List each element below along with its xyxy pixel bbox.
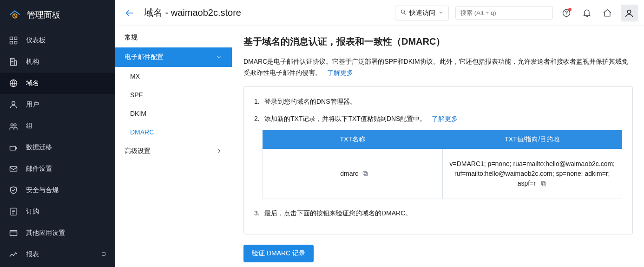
subnav-advanced[interactable]: 高级设置	[115, 141, 232, 161]
svg-rect-4	[14, 41, 17, 44]
svg-rect-22	[541, 182, 545, 185]
sidebar-item-domains[interactable]: 域名	[0, 73, 115, 94]
step-text: 登录到您的域名的DNS管理器。	[264, 96, 356, 107]
svg-rect-11	[10, 147, 16, 150]
learn-more-link-2[interactable]: 了解更多	[432, 115, 458, 122]
home-button[interactable]	[600, 6, 614, 20]
sidebar-item-label: 安全与合规	[26, 186, 59, 194]
subnav-spf[interactable]: SPF	[115, 86, 232, 104]
brand: 管理面板	[0, 4, 115, 30]
group-icon	[8, 121, 19, 131]
sidebar-item-label: 数据迁移	[26, 143, 52, 152]
subnav-label: MX	[130, 73, 140, 80]
step-number: 2.	[254, 113, 261, 125]
user-avatar[interactable]	[621, 5, 637, 21]
step-number: 3.	[254, 207, 261, 219]
svg-rect-12	[10, 167, 17, 171]
reports-icon	[8, 249, 19, 260]
txt-record-table: TXT名称 TXT值/指向/目的地 _dmarc	[263, 130, 622, 199]
sidebar-item-migration[interactable]: 数据迁移	[0, 137, 115, 158]
organization-icon	[8, 57, 19, 67]
quick-access-label: 快速访问	[409, 9, 435, 17]
step-text: 最后，点击下面的按钮来验证您的域名的DMARC。	[264, 207, 412, 219]
quick-access-dropdown[interactable]: 快速访问	[395, 6, 449, 20]
subnav-dkim[interactable]: DKIM	[115, 104, 232, 123]
verify-dmarc-button[interactable]: 验证 DMARC 记录	[243, 245, 314, 262]
receipt-icon	[8, 207, 19, 217]
sidebar-item-label: 订购	[26, 207, 39, 216]
main-sidebar: 管理面板 仪表板 机构 域名 用户 组	[0, 0, 115, 267]
migration-icon	[8, 142, 19, 153]
back-button[interactable]	[122, 5, 138, 21]
sidebar-item-label: 用户	[26, 100, 39, 109]
svg-rect-19	[364, 173, 368, 176]
lead-text: DMARC是电子邮件认证协议。它基于广泛部署的SPF和DKIM协议。此外，它还包…	[243, 58, 628, 76]
global-search-input[interactable]	[455, 6, 553, 20]
svg-rect-15	[102, 252, 105, 255]
subnav-label: DKIM	[130, 110, 146, 117]
svg-point-9	[11, 124, 13, 126]
table-row: _dmarc v=DMARC1; p=none; rua=mailto:hell…	[263, 148, 622, 199]
sidebar-item-subscription[interactable]: 订购	[0, 201, 115, 222]
brand-title: 管理面板	[27, 9, 60, 20]
subnav-general[interactable]: 常规	[115, 28, 232, 47]
dashboard-icon	[8, 35, 19, 46]
svg-rect-5	[10, 59, 14, 66]
sidebar-item-users[interactable]: 用户	[0, 94, 115, 115]
chevron-down-icon	[216, 54, 223, 60]
sidebar-item-label: 仪表板	[26, 36, 46, 45]
subnav-email-config[interactable]: 电子邮件配置	[115, 47, 232, 67]
step-number: 1.	[254, 96, 261, 107]
notifications-button[interactable]	[580, 6, 594, 20]
subnav-label: DMARC	[130, 128, 154, 136]
sidebar-item-mail-settings[interactable]: 邮件设置	[0, 158, 115, 180]
notification-dot	[568, 8, 572, 11]
learn-more-link[interactable]: 了解更多	[327, 69, 353, 76]
subnav-label: SPF	[130, 91, 143, 99]
table-header-name: TXT名称	[263, 130, 443, 148]
sidebar-item-reports[interactable]: 报表	[0, 244, 115, 265]
steps-panel: 1. 登录到您的域名的DNS管理器。 2. 添加新的TXT记录，并将以下TXT值…	[243, 86, 633, 235]
user-icon	[8, 100, 19, 110]
sidebar-item-groups[interactable]: 组	[0, 115, 115, 137]
svg-point-16	[401, 10, 404, 13]
step-2: 2. 添加新的TXT记录，并将以下TXT值粘贴到DNS配置中。 了解更多	[254, 113, 622, 125]
chevron-down-icon	[438, 9, 444, 17]
svg-rect-21	[543, 183, 546, 186]
svg-rect-20	[363, 172, 366, 175]
sidebar-item-label: 机构	[26, 58, 39, 66]
header: 域名 - waimaob2c.store 快速访问	[115, 0, 644, 26]
page-description: DMARC是电子邮件认证协议。它基于广泛部署的SPF和DKIM协议。此外，它还包…	[243, 56, 633, 79]
sidebar-item-organization[interactable]: 机构	[0, 51, 115, 73]
svg-rect-3	[10, 41, 13, 44]
chevron-right-icon	[216, 148, 223, 154]
subnav-dmarc[interactable]: DMARC	[115, 123, 232, 141]
sidebar-nav: 仪表板 机构 域名 用户 组 数据迁移	[0, 30, 115, 265]
pin-icon	[100, 251, 107, 259]
shield-icon	[8, 185, 19, 195]
copy-icon[interactable]	[540, 180, 547, 187]
apps-icon	[8, 228, 19, 238]
copy-icon[interactable]	[362, 170, 368, 177]
sidebar-item-dashboard[interactable]: 仪表板	[0, 30, 115, 51]
sidebar-item-label: 其他应用设置	[26, 229, 65, 237]
svg-point-10	[14, 124, 16, 126]
page-body: 基于域名的消息认证，报表和一致性（DMARC） DMARC是电子邮件认证协议。它…	[232, 26, 644, 267]
svg-rect-14	[10, 230, 17, 236]
help-button[interactable]	[559, 6, 573, 20]
svg-rect-6	[14, 61, 17, 66]
step-text: 添加新的TXT记录，并将以下TXT值粘贴到DNS配置中。	[264, 115, 426, 122]
sidebar-item-security[interactable]: 安全与合规	[0, 180, 115, 201]
step-3: 3. 最后，点击下面的按钮来验证您的域名的DMARC。	[254, 207, 622, 219]
txt-value-text: v=DMARC1; p=none; rua=mailto:hello@waima…	[450, 160, 615, 187]
subnav-mx[interactable]: MX	[115, 67, 232, 86]
sidebar-item-label: 报表	[26, 250, 39, 259]
sidebar-item-other-apps[interactable]: 其他应用设置	[0, 222, 115, 244]
svg-point-18	[627, 10, 631, 13]
subnav-label: 高级设置	[125, 147, 151, 155]
subnav-label: 常规	[125, 33, 138, 42]
txt-name-value: _dmarc	[336, 170, 358, 177]
step-1: 1. 登录到您的域名的DNS管理器。	[254, 96, 622, 107]
svg-rect-1	[10, 37, 13, 40]
table-header-value: TXT值/指向/目的地	[442, 130, 622, 148]
